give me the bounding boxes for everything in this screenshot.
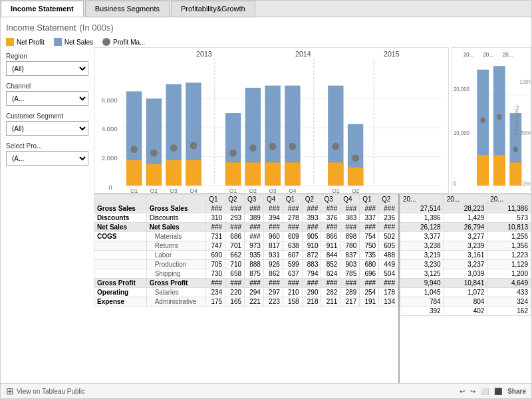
svg-point-34 [289,143,297,150]
col-header-year3: 20... [487,195,531,204]
table-cell: 210 [283,288,302,297]
table-cell: 217 [340,297,360,307]
svg-rect-24 [225,162,241,186]
table-cell: 750 [360,241,379,251]
summary-table-cell: 324 [487,297,531,307]
table-row-sublabel: Production [146,260,206,269]
table-cell: 337 [360,213,379,223]
summary-table-cell: 3,237 [444,260,487,269]
main-data-table[interactable]: Q1 Q2 Q3 Q4 Q1 Q2 Q3 Q4 Q1 Q2 [94,194,398,383]
table-cell: 393 [302,213,321,223]
table-cell: 817 [263,241,283,251]
legend-profit-margin: Profit Ma... [102,38,145,46]
tableau-link[interactable]: ⊞ View on Tableau Public [6,386,85,396]
summary-table-cell: 1,356 [487,241,531,251]
table-row-sublabel: Labor [146,251,206,260]
share-label[interactable]: Share [507,388,526,395]
filter-channel-select[interactable]: (A... [6,91,88,106]
table-row-label: Operating [94,288,147,297]
table-cell: 223 [263,297,283,307]
summary-data-table[interactable]: 20... 20... 20... 27,51428,22311,3861,38… [398,194,531,383]
summary-table-cell: 1,200 [487,269,531,279]
table-cell: 662 [225,251,245,260]
table-cell: 690 [206,251,225,260]
table-cell: 824 [321,269,340,279]
svg-text:0: 0 [454,180,457,188]
summary-table-cell: 11,386 [487,204,531,213]
table-cell: 794 [302,269,321,279]
filter-select-pro-select[interactable]: (A... [6,151,88,166]
table-row-label: Discounts [94,213,147,223]
table-cell: ### [321,223,340,232]
filter-select-pro-label: Select Pro... [6,142,88,150]
table-cell: ### [302,279,321,288]
svg-text:Q4: Q4 [190,188,198,193]
summary-table-cell: 1,072 [444,288,487,297]
tableau-link-text[interactable]: View on Tableau Public [17,388,85,395]
tab-income-statement[interactable]: Income Statement [1,1,84,17]
table-cell: 872 [302,251,321,260]
summary-table-cell: 3,039 [444,269,487,279]
table-cell: 165 [225,297,245,307]
table-cell: 504 [379,269,398,279]
table-cell: 973 [245,241,264,251]
svg-text:Q2: Q2 [249,188,257,193]
table-cell: 297 [263,288,283,297]
footer-actions: ↩ ↪ ⬜ ⬛ Share [460,388,526,395]
svg-text:Q2: Q2 [352,188,360,193]
table-cell: 844 [321,251,340,260]
table-row-label: Expense [94,297,147,307]
table-cell: 488 [379,251,398,260]
table-cell: 394 [263,213,283,223]
filter-customer-segment-select[interactable]: (All) [6,121,88,136]
table-cell: 903 [340,260,360,269]
svg-point-25 [229,150,237,157]
table-cell: 680 [360,260,379,269]
svg-text:20...: 20... [464,51,473,59]
tab-business-segments[interactable]: Business Segments [85,1,170,17]
summary-table-cell: 4,649 [487,279,531,288]
redo-icon[interactable]: ↪ [470,388,475,395]
table-cell: ### [263,223,283,232]
svg-text:2014: 2014 [295,50,311,58]
table-cell: ### [245,223,264,232]
table-cell: ### [379,279,398,288]
table-cell: 898 [340,232,360,241]
table-cell: 862 [263,269,283,279]
filter-channel: Channel (A... [6,82,88,106]
table-cell: 911 [321,241,340,251]
legend-net-sales-label: Net Sales [65,39,93,46]
svg-text:Q4: Q4 [289,188,297,193]
svg-text:Q1: Q1 [130,188,138,193]
tab-profitability-growth[interactable]: Profitability&Growth [171,1,255,17]
table-cell: ### [263,279,283,288]
table-cell: ### [206,204,225,213]
svg-text:0%: 0% [523,180,531,188]
table-row-sublabel: Materials [146,232,206,241]
download-icon[interactable]: ⬛ [494,388,502,395]
filter-region-select[interactable]: (All) [6,61,88,76]
filter-customer-segment-label: Customer Segment [6,112,88,120]
share-icon-1[interactable]: ⬜ [481,388,489,395]
table-row-label: Gross Sales [94,204,147,213]
table-cell: 710 [225,260,245,269]
col-header-2014-q1: Q1 [283,195,302,204]
summary-table-cell: 784 [400,297,444,307]
svg-rect-36 [328,162,343,186]
filter-region: Region (All) [6,53,88,76]
legend-net-profit-label: Net Profit [17,39,45,46]
svg-text:10,000: 10,000 [454,129,469,136]
table-cell: 701 [225,241,245,251]
svg-text:Q2: Q2 [150,188,158,193]
table-cell: ### [245,279,264,288]
col-header-2013-q4: Q4 [263,195,283,204]
summary-table-cell: 10,841 [444,279,487,288]
svg-text:2013: 2013 [196,50,212,58]
table-row-sublabel: Gross Profit [146,279,206,288]
col-header-2013-q2: Q2 [225,195,245,204]
col-header-main [94,195,147,204]
undo-icon[interactable]: ↩ [460,388,465,395]
table-row-label [94,260,147,269]
table-cell: 599 [283,260,302,269]
summary-table-cell: 10,813 [487,223,531,232]
